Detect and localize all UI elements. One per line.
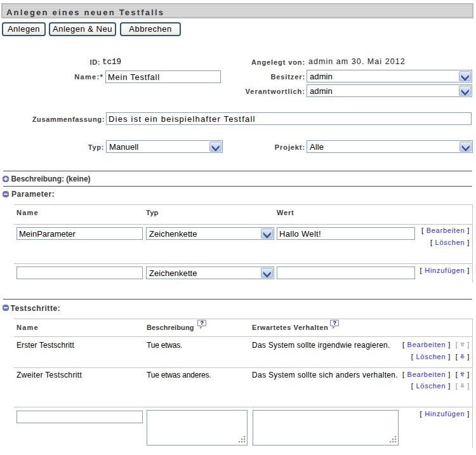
svg-text:?: ? <box>200 320 204 326</box>
svg-text:?: ? <box>333 320 336 326</box>
